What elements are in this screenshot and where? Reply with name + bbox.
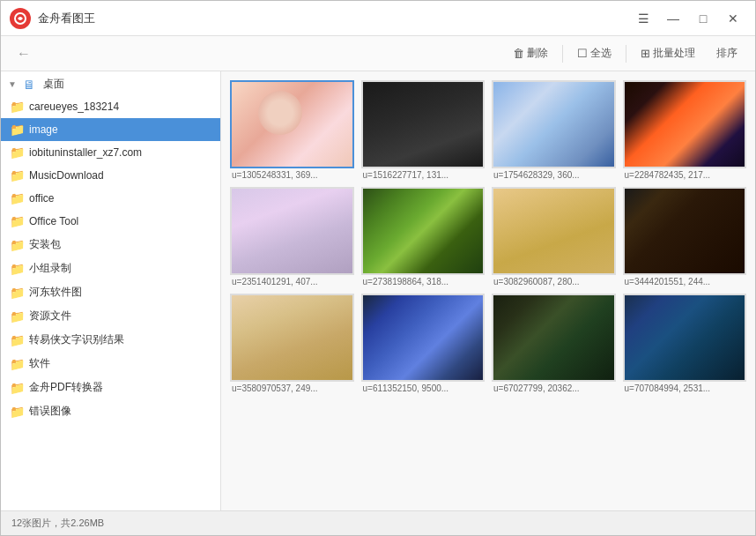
folder-icon: 📁 xyxy=(10,381,25,395)
sidebar-item-5[interactable]: 📁Office Tool xyxy=(1,210,220,233)
gallery-item-0[interactable]: u=1305248331, 369... xyxy=(230,80,354,180)
thumbnail-10 xyxy=(492,294,616,382)
back-button[interactable]: ← xyxy=(11,41,36,66)
gallery-label-10: u=67027799, 20362... xyxy=(492,382,616,393)
app-icon xyxy=(10,8,31,29)
gallery-item-2[interactable]: u=1754628329, 360... xyxy=(492,80,616,180)
thumb-image-11 xyxy=(625,295,745,380)
gallery-label-6: u=3082960087, 280... xyxy=(492,275,616,287)
folder-icon: 📁 xyxy=(10,405,25,419)
gallery-label-5: u=2738198864, 318... xyxy=(361,275,485,287)
folder-icon: 📁 xyxy=(10,145,25,160)
delete-button[interactable]: 🗑 删除 xyxy=(506,42,555,64)
thumb-image-6 xyxy=(493,189,614,273)
toolbar: ← 🗑 删除 ☐ 全选 ⊞ 批量处理 排序 xyxy=(1,36,755,71)
gallery-item-9[interactable]: u=611352150, 9500... xyxy=(361,294,485,393)
thumb-image-5 xyxy=(363,189,484,273)
thumbnail-9 xyxy=(361,294,485,382)
sidebar: ▼ 🖥 桌面 📁careueyes_183214📁image📁iobitunin… xyxy=(1,71,221,510)
minimize-button[interactable]: — xyxy=(660,5,686,32)
thumbnail-6 xyxy=(492,187,616,275)
sidebar-root[interactable]: ▼ 🖥 桌面 xyxy=(1,71,220,95)
gallery-item-4[interactable]: u=2351401291, 407... xyxy=(230,187,354,287)
gallery-item-3[interactable]: u=2284782435, 217... xyxy=(623,80,747,180)
gallery: u=1305248331, 369... u=1516227717, 131..… xyxy=(221,71,755,510)
gallery-label-1: u=1516227717, 131... xyxy=(361,168,485,180)
separator-2 xyxy=(626,45,626,63)
arrow-icon: ▼ xyxy=(8,79,17,89)
folder-icon: 📁 xyxy=(10,286,25,300)
folder-icon: 📁 xyxy=(10,214,25,228)
thumb-image-7 xyxy=(625,189,745,273)
title-bar: 金舟看图王 ☰ — □ ✕ xyxy=(1,1,755,36)
gallery-label-9: u=611352150, 9500... xyxy=(361,382,485,393)
thumbnail-7 xyxy=(623,187,747,275)
folder-icon: 📁 xyxy=(10,333,25,347)
folder-icon: 📁 xyxy=(10,309,25,324)
gallery-item-8[interactable]: u=3580970537, 249... xyxy=(230,294,354,393)
gallery-item-7[interactable]: u=3444201551, 244... xyxy=(623,187,747,287)
select-all-button[interactable]: ☐ 全选 xyxy=(570,42,619,64)
sidebar-item-13[interactable]: 📁错误图像 xyxy=(1,399,220,423)
gallery-grid: u=1305248331, 369... u=1516227717, 131..… xyxy=(230,80,746,393)
sidebar-item-7[interactable]: 📁小组录制 xyxy=(1,257,220,280)
thumbnail-5 xyxy=(361,187,485,275)
thumbnail-2 xyxy=(492,80,616,168)
thumb-image-10 xyxy=(493,295,614,380)
thumbnail-1 xyxy=(361,80,485,168)
sidebar-item-8[interactable]: 📁河东软件图 xyxy=(1,280,220,304)
checkbox-icon: ☐ xyxy=(577,47,588,60)
gallery-label-3: u=2284782435, 217... xyxy=(623,168,747,180)
thumb-image-0 xyxy=(232,82,352,167)
gallery-item-1[interactable]: u=1516227717, 131... xyxy=(361,80,485,180)
thumbnail-11 xyxy=(623,294,747,382)
sort-button[interactable]: 排序 xyxy=(709,42,745,64)
sidebar-item-9[interactable]: 📁资源文件 xyxy=(1,304,220,328)
thumbnail-4 xyxy=(230,187,354,275)
thumb-image-1 xyxy=(363,82,484,167)
sidebar-list: 📁careueyes_183214📁image📁iobituninstaller… xyxy=(1,95,220,423)
sidebar-item-10[interactable]: 📁转易侠文字识别结果 xyxy=(1,328,220,352)
thumbnail-3 xyxy=(623,80,747,168)
delete-icon: 🗑 xyxy=(513,47,524,60)
close-button[interactable]: ✕ xyxy=(720,5,746,32)
gallery-item-11[interactable]: u=707084994, 2531... xyxy=(623,294,747,393)
menu-button[interactable]: ☰ xyxy=(630,5,656,32)
separator-1 xyxy=(562,45,563,63)
sidebar-item-0[interactable]: 📁careueyes_183214 xyxy=(1,95,220,118)
thumb-image-8 xyxy=(232,295,352,380)
sidebar-item-6[interactable]: 📁安装包 xyxy=(1,233,220,257)
gallery-item-6[interactable]: u=3082960087, 280... xyxy=(492,187,616,287)
folder-icon: 📁 xyxy=(10,100,25,114)
desktop-icon: 🖥 xyxy=(23,78,35,92)
batch-button[interactable]: ⊞ 批量处理 xyxy=(634,42,702,64)
thumb-image-3 xyxy=(625,82,745,167)
folder-icon: 📁 xyxy=(10,238,25,252)
gallery-label-11: u=707084994, 2531... xyxy=(623,382,747,393)
folder-icon: 📁 xyxy=(10,168,25,182)
gallery-label-0: u=1305248331, 369... xyxy=(230,168,354,180)
gallery-item-10[interactable]: u=67027799, 20362... xyxy=(492,294,616,393)
gallery-item-5[interactable]: u=2738198864, 318... xyxy=(361,187,485,287)
main-window: 金舟看图王 ☰ — □ ✕ ← 🗑 删除 ☐ 全选 ⊞ 批量处理 排序 xyxy=(0,0,756,536)
sidebar-item-11[interactable]: 📁软件 xyxy=(1,352,220,376)
window-title: 金舟看图王 xyxy=(38,11,630,26)
gallery-label-7: u=3444201551, 244... xyxy=(623,275,747,287)
thumb-image-9 xyxy=(363,295,484,380)
maximize-button[interactable]: □ xyxy=(690,5,716,32)
folder-icon: 📁 xyxy=(10,357,25,371)
status-bar: 12张图片，共2.26MB xyxy=(1,510,755,535)
gallery-label-2: u=1754628329, 360... xyxy=(492,168,616,180)
sidebar-item-2[interactable]: 📁iobituninstaller_xz7.com xyxy=(1,141,220,164)
folder-icon: 📁 xyxy=(10,262,25,276)
thumb-image-4 xyxy=(232,189,352,273)
sidebar-item-1[interactable]: 📁image xyxy=(1,118,220,141)
thumbnail-8 xyxy=(230,294,354,382)
folder-icon: 📁 xyxy=(10,123,25,137)
sidebar-item-12[interactable]: 📁金舟PDF转换器 xyxy=(1,376,220,399)
sidebar-item-3[interactable]: 📁MusicDownload xyxy=(1,164,220,187)
thumbnail-0 xyxy=(230,80,354,168)
gallery-label-4: u=2351401291, 407... xyxy=(230,275,354,287)
sidebar-item-4[interactable]: 📁office xyxy=(1,187,220,210)
folder-icon: 📁 xyxy=(10,191,25,205)
